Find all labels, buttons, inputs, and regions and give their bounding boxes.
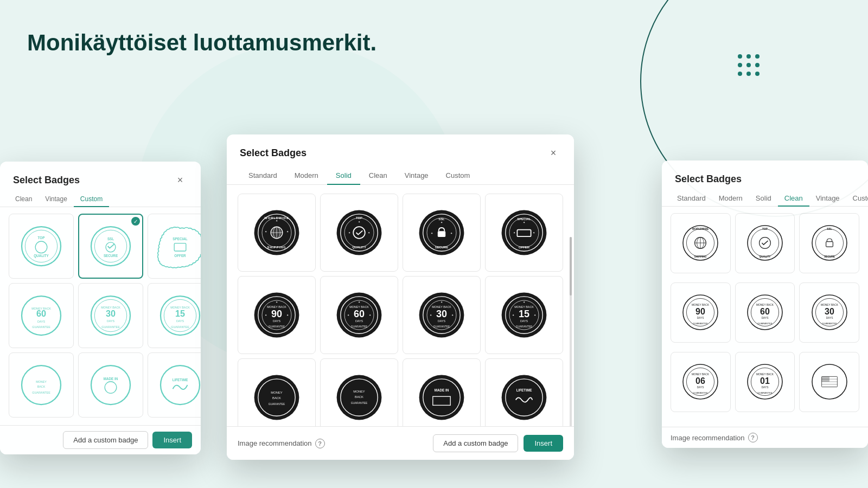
svg-text:✦: ✦ bbox=[347, 314, 349, 317]
insert-button-left[interactable]: Insert bbox=[152, 432, 192, 448]
tab-custom[interactable]: Custom bbox=[437, 167, 479, 185]
badge-top-quality[interactable]: TOP QUALITY ✦ ✦ ✦ bbox=[320, 194, 398, 272]
svg-point-149 bbox=[812, 226, 847, 260]
svg-rect-11 bbox=[174, 243, 186, 251]
svg-text:90: 90 bbox=[271, 309, 282, 319]
tab-custom-right[interactable]: Custom bbox=[846, 191, 868, 207]
svg-point-5 bbox=[91, 227, 130, 266]
badge-cell-left-7[interactable]: MONEY BACK GUARANTEE bbox=[9, 352, 74, 418]
svg-text:GUARANTEE: GUARANTEE bbox=[693, 322, 708, 325]
svg-text:15: 15 bbox=[175, 309, 185, 318]
svg-text:60: 60 bbox=[36, 309, 46, 318]
badge-lifetime[interactable]: LIFETIME bbox=[485, 358, 563, 436]
tab-solid[interactable]: Solid bbox=[327, 167, 360, 185]
svg-text:MONEY BACK: MONEY BACK bbox=[756, 304, 774, 306]
badge-cell-left-3[interactable]: SPECIAL OFFER bbox=[148, 214, 201, 279]
tab-clean-left[interactable]: Clean bbox=[9, 192, 39, 207]
modal-right-footer: Image recommendation ? bbox=[662, 427, 868, 448]
svg-text:✦: ✦ bbox=[513, 232, 515, 234]
svg-text:DAYS: DAYS bbox=[273, 319, 281, 323]
badge-cell-left-6[interactable]: MONEY BACK 15 DAYS GUARANTEE bbox=[148, 283, 201, 348]
modal-main-close[interactable]: × bbox=[546, 145, 561, 160]
svg-text:✦: ✦ bbox=[450, 232, 452, 235]
svg-text:MADE IN: MADE IN bbox=[435, 388, 449, 392]
insert-button[interactable]: Insert bbox=[524, 435, 563, 452]
badge-right-ssl[interactable]: SSL SECURE bbox=[799, 213, 859, 273]
svg-text:60: 60 bbox=[354, 309, 365, 319]
badge-made-in[interactable]: MADE IN bbox=[403, 358, 481, 436]
svg-text:30: 30 bbox=[825, 307, 834, 316]
badge-cell-left-2[interactable]: ✓ SSL SECURE bbox=[78, 214, 143, 279]
svg-text:MONEY BACK: MONEY BACK bbox=[514, 305, 534, 309]
tab-vintage[interactable]: Vintage bbox=[396, 167, 437, 185]
badge-money-back-3[interactable]: MONEY BACK GUARANTEE bbox=[238, 358, 316, 436]
badge-cell-left-5[interactable]: MONEY BACK 30 DAYS GUARANTEE bbox=[78, 283, 143, 348]
tab-custom-left[interactable]: Custom bbox=[74, 192, 109, 207]
badge-right-30[interactable]: MONEY BACK 30 DAYS GUARANTEE bbox=[799, 282, 859, 343]
badge-money-back-15[interactable]: MONEY BACK 15 DAYS GUARANTEE ✦ ✦ ✦ bbox=[485, 276, 563, 354]
tab-standard-right[interactable]: Standard bbox=[671, 191, 712, 207]
tab-clean[interactable]: Clean bbox=[360, 167, 396, 185]
tab-standard[interactable]: Standard bbox=[240, 167, 286, 185]
tab-vintage-left[interactable]: Vintage bbox=[39, 192, 73, 207]
badge-right-90[interactable]: MONEY BACK 90 DAYS GUARANTEE bbox=[671, 282, 731, 343]
svg-point-34 bbox=[91, 365, 130, 404]
scroll-thumb bbox=[570, 237, 572, 296]
svg-text:BACK: BACK bbox=[37, 385, 46, 388]
svg-text:SPECIAL: SPECIAL bbox=[173, 237, 187, 241]
tab-vintage-right[interactable]: Vintage bbox=[809, 191, 846, 207]
svg-text:GUARANTEE: GUARANTEE bbox=[822, 322, 837, 325]
svg-text:✦: ✦ bbox=[369, 314, 371, 317]
tab-modern[interactable]: Modern bbox=[286, 167, 327, 185]
svg-point-36 bbox=[105, 382, 117, 394]
modal-left-close[interactable]: × bbox=[173, 172, 188, 188]
badge-right-flag[interactable] bbox=[799, 352, 859, 412]
badge-cell-left-1[interactable]: TOP QUALITY bbox=[9, 214, 74, 279]
badge-money-back-90[interactable]: MONEY BACK 90 DAYS GUARANTEE ✦ ✦ ✦ bbox=[238, 276, 316, 354]
scrollbar[interactable] bbox=[570, 237, 572, 432]
svg-text:TOP: TOP bbox=[38, 236, 45, 240]
tab-clean-right[interactable]: Clean bbox=[778, 191, 809, 207]
svg-text:MADE IN: MADE IN bbox=[104, 377, 118, 381]
svg-text:60: 60 bbox=[760, 307, 770, 316]
badge-right-worldwide[interactable]: WORLDWIDE SHIPPING bbox=[671, 213, 731, 273]
svg-text:GUARANTEE: GUARANTEE bbox=[269, 325, 285, 328]
badge-money-back-4[interactable]: MONEY BACK GUARANTEE bbox=[320, 358, 398, 436]
badge-right-06[interactable]: MONEY BACK 06 DAYS GUARANTEE bbox=[671, 352, 731, 412]
info-icon[interactable]: ? bbox=[315, 439, 325, 448]
badge-worldwide-shipping[interactable]: ✦ ✦ ✦ WORLDWIDE SHIPPING bbox=[238, 194, 316, 272]
tab-solid-right[interactable]: Solid bbox=[749, 191, 778, 207]
badge-cell-left-4[interactable]: MONEY BACK 60 DAYS GUARANTEE bbox=[9, 283, 74, 348]
svg-text:30: 30 bbox=[436, 309, 447, 319]
svg-text:GUARANTEE: GUARANTEE bbox=[693, 391, 708, 394]
tab-modern-right[interactable]: Modern bbox=[712, 191, 749, 207]
badge-special-offer[interactable]: SPECIAL OFFER ✦ ✦ ✦ bbox=[485, 194, 563, 272]
badge-right-60[interactable]: MONEY BACK 60 DAYS GUARANTEE bbox=[735, 282, 795, 343]
svg-text:GUARANTEE: GUARANTEE bbox=[269, 403, 285, 406]
svg-text:✦: ✦ bbox=[348, 232, 350, 234]
svg-point-150 bbox=[815, 229, 843, 257]
badge-grid-right: WORLDWIDE SHIPPING TOP QUALITY SSL SECUR bbox=[662, 207, 868, 423]
badge-cell-left-8[interactable]: MADE IN bbox=[78, 352, 143, 418]
badge-money-back-60[interactable]: MONEY BACK 60 DAYS GUARANTEE ✦ ✦ ✦ bbox=[320, 276, 398, 354]
svg-text:DAYS: DAYS bbox=[107, 319, 115, 323]
svg-text:✦: ✦ bbox=[431, 232, 433, 235]
modal-main-title: Select Badges bbox=[240, 147, 307, 159]
selected-checkmark: ✓ bbox=[131, 217, 140, 226]
add-custom-badge-button[interactable]: Add a custom badge bbox=[433, 434, 518, 452]
modal-left-tabs: Clean Vintage Custom bbox=[0, 188, 201, 207]
add-custom-badge-button-left[interactable]: Add a custom badge bbox=[63, 431, 148, 449]
svg-text:LIFETIME: LIFETIME bbox=[516, 388, 532, 392]
modal-main-tabs: Standard Modern Solid Clean Vintage Cust… bbox=[227, 160, 574, 185]
svg-text:QUALITY: QUALITY bbox=[352, 246, 366, 249]
info-icon-right[interactable]: ? bbox=[748, 433, 758, 442]
badge-money-back-30[interactable]: MONEY BACK 30 DAYS GUARANTEE ✦ ✦ ✦ bbox=[403, 276, 481, 354]
svg-text:BACK: BACK bbox=[355, 395, 363, 399]
svg-text:30: 30 bbox=[106, 309, 116, 318]
svg-text:MONEY: MONEY bbox=[353, 390, 365, 393]
badge-ssl-secure[interactable]: SSL SECURE ✦ ✦ ✦ bbox=[403, 194, 481, 272]
modal-main: Select Badges × Standard Modern Solid Cl… bbox=[227, 134, 574, 460]
badge-right-01[interactable]: MONEY BACK 01 DAYS GUARANTEE bbox=[735, 352, 795, 412]
badge-cell-left-9[interactable]: LIFETIME bbox=[148, 352, 201, 418]
badge-right-top-quality[interactable]: TOP QUALITY bbox=[735, 213, 795, 273]
